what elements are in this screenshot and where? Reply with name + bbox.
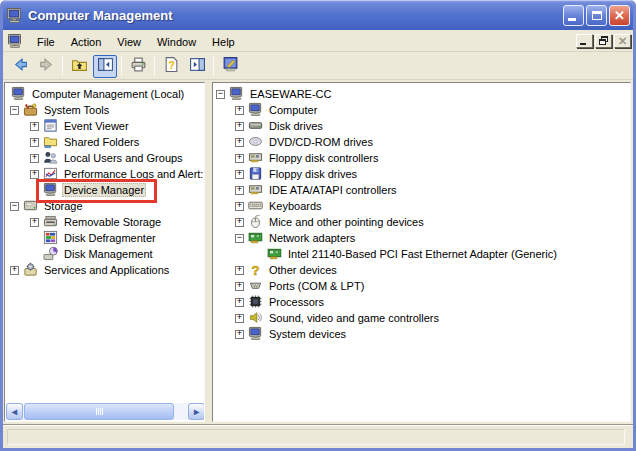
expand-toggle[interactable]: + [30,138,39,147]
collapse-toggle[interactable]: − [216,90,225,99]
left-tree-item-local-users-and-groups[interactable]: +Local Users and Groups [5,150,204,166]
annotation-rectangle [36,179,157,203]
help-button[interactable]: ? [159,55,183,78]
expand-toggle[interactable]: + [235,186,244,195]
computer-icon [248,326,264,342]
scrollbar-thumb[interactable] [24,403,174,420]
child-minimize-button[interactable] [576,34,593,48]
tree-item-label: Intel 21140-Based PCI Fast Ethernet Adap… [286,247,559,261]
expand-toggle[interactable]: + [235,122,244,131]
tree-item-label: Floppy disk drives [267,167,359,181]
shared-folder-icon [43,134,59,150]
expand-toggle[interactable]: + [235,266,244,275]
right-tree-item-easeware-cc[interactable]: −EASEWARE-CC [213,86,630,102]
right-tree-item-network-adapters[interactable]: −Network adapters [213,230,630,246]
computer-icon [11,86,27,102]
right-tree-item-processors[interactable]: +Processors [213,294,630,310]
right-tree-item-floppy-disk-controllers[interactable]: +Floppy disk controllers [213,150,630,166]
left-tree-item-removable-storage[interactable]: +Removable Storage [5,214,204,230]
left-tree-item-shared-folders[interactable]: +Shared Folders [5,134,204,150]
thumb-grip [98,408,99,415]
collapse-toggle[interactable]: − [10,106,19,115]
left-tree-item-computer-management-local[interactable]: Computer Management (Local) [5,86,204,102]
left-tree-item-disk-management[interactable]: Disk Management [5,246,204,262]
scroll-right-button[interactable]: ▸ [188,403,205,420]
computer-icon [248,102,264,118]
expand-toggle[interactable]: + [235,282,244,291]
toolbar: ? [3,53,633,80]
toolbox-icon [23,102,39,118]
up-one-level-button[interactable] [67,55,91,78]
forward-button[interactable] [34,55,58,78]
right-tree-item-ide-ata-atapi-controllers[interactable]: +IDE ATA/ATAPI controllers [213,182,630,198]
tree-item-label: Disk Defragmenter [62,231,158,245]
menu-window[interactable]: Window [149,33,204,51]
question-icon: ? [248,262,264,278]
services-icon [23,262,39,278]
expand-toggle[interactable]: + [235,298,244,307]
expand-toggle[interactable]: + [235,202,244,211]
menu-file[interactable]: File [29,33,63,51]
left-tree-item-system-tools[interactable]: −System Tools [5,102,204,118]
expand-toggle[interactable]: + [30,122,39,131]
expand-toggle[interactable]: + [235,154,244,163]
tree-item-label: Disk Management [62,247,155,261]
right-tree-item-ports-com-lpt[interactable]: +Ports (COM & LPT) [213,278,630,294]
tree-item-label: Sound, video and game controllers [267,311,441,325]
expand-toggle[interactable]: + [10,266,19,275]
cd-drive-icon [248,134,264,150]
right-tree-item-sound-video-and-game-controllers[interactable]: +Sound, video and game controllers [213,310,630,326]
menu-view[interactable]: View [109,33,149,51]
expand-toggle[interactable]: + [30,218,39,227]
svg-text:?: ? [251,263,259,277]
maximize-button[interactable] [586,5,607,26]
expand-toggle[interactable]: + [235,330,244,339]
right-tree-item-dvd-cd-rom-drives[interactable]: +DVD/CD-ROM drives [213,134,630,150]
tree-item-label: Processors [267,295,326,309]
expand-toggle[interactable]: + [30,170,39,179]
expand-toggle[interactable]: + [235,314,244,323]
right-tree-item-mice-and-other-pointing-devices[interactable]: +Mice and other pointing devices [213,214,630,230]
disk-management-icon [43,246,59,262]
thumb-grip [96,408,97,415]
restore-icon [599,36,608,45]
expand-toggle[interactable]: + [235,138,244,147]
close-icon: ✕ [614,9,625,22]
minimize-button[interactable] [563,5,584,26]
sound-icon [248,310,264,326]
panel-splitter[interactable] [205,82,212,422]
left-tree-item-disk-defragmenter[interactable]: Disk Defragmenter [5,230,204,246]
tree-item-label: Ports (COM & LPT) [267,279,366,293]
right-tree-item-keyboards[interactable]: +Keyboards [213,198,630,214]
expand-toggle[interactable]: + [235,106,244,115]
print-button[interactable] [126,55,150,78]
right-tree-item-computer[interactable]: +Computer [213,102,630,118]
right-tree-item-intel-21140-based-pci-fast-ethernet-adap[interactable]: Intel 21140-Based PCI Fast Ethernet Adap… [213,246,630,262]
tree-item-label: Shared Folders [62,135,141,149]
manage-computer-button[interactable] [218,55,242,78]
child-close-button[interactable]: ✕ [614,34,631,48]
left-tree-item-event-viewer[interactable]: +Event Viewer [5,118,204,134]
show-hide-action-pane-button[interactable] [185,55,209,78]
child-restore-button[interactable] [595,34,612,48]
expand-toggle[interactable]: + [235,170,244,179]
right-tree-item-disk-drives[interactable]: +Disk drives [213,118,630,134]
tree-item-label: System devices [267,327,348,341]
menu-action[interactable]: Action [63,33,110,51]
right-tree-item-system-devices[interactable]: +System devices [213,326,630,342]
scroll-left-button[interactable]: ◂ [6,403,23,420]
collapse-toggle[interactable]: − [10,202,19,211]
show-hide-console-tree-button[interactable] [93,55,117,78]
expand-toggle[interactable]: + [235,218,244,227]
network-adapter-icon [248,230,264,246]
right-tree-item-floppy-disk-drives[interactable]: +Floppy disk drives [213,166,630,182]
floppy-drive-icon [248,166,264,182]
close-button[interactable]: ✕ [609,5,630,26]
expand-toggle[interactable]: + [30,154,39,163]
back-button[interactable] [8,55,32,78]
left-tree-item-services-and-applications[interactable]: +Services and Applications [5,262,204,278]
horizontal-scrollbar[interactable]: ◂ ▸ [6,403,205,420]
right-tree-item-other-devices[interactable]: +?Other devices [213,262,630,278]
collapse-toggle[interactable]: − [235,234,244,243]
menu-help[interactable]: Help [204,33,243,51]
